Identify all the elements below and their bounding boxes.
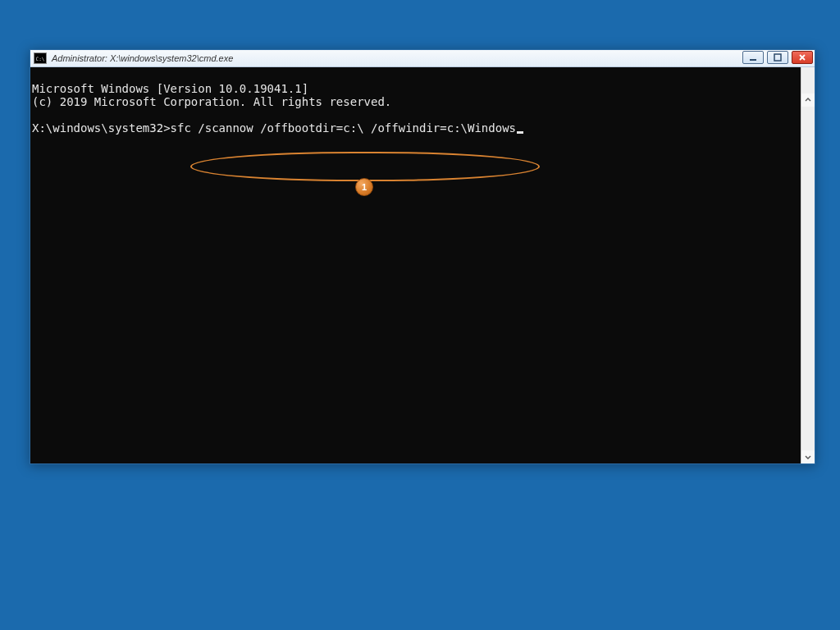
svg-rect-1 xyxy=(774,54,781,61)
window-title: Administrator: X:\windows\system32\cmd.e… xyxy=(52,53,233,63)
cursor xyxy=(517,131,523,134)
svg-rect-0 xyxy=(750,59,756,61)
close-button[interactable] xyxy=(792,51,813,64)
scroll-up-button[interactable] xyxy=(801,94,815,107)
minimize-button[interactable] xyxy=(742,51,764,64)
maximize-button[interactable] xyxy=(767,51,788,64)
close-icon xyxy=(798,53,806,62)
cmd-icon xyxy=(34,52,47,64)
terminal-line: (c) 2019 Microsoft Corporation. All righ… xyxy=(32,95,391,108)
chevron-up-icon xyxy=(805,97,811,103)
minimize-icon xyxy=(749,53,757,62)
terminal-output[interactable]: Microsoft Windows [Version 10.0.19041.1]… xyxy=(30,67,815,463)
cmd-window: Administrator: X:\windows\system32\cmd.e… xyxy=(30,49,815,464)
terminal-prompt: X:\windows\system32> xyxy=(32,121,171,135)
scroll-down-button[interactable] xyxy=(801,450,815,463)
chevron-down-icon xyxy=(805,454,811,460)
title-bar[interactable]: Administrator: X:\windows\system32\cmd.e… xyxy=(30,50,815,67)
maximize-icon xyxy=(774,53,782,62)
terminal-command: sfc /scannow /offbootdir=c:\ /offwindir=… xyxy=(171,121,516,135)
terminal-line: Microsoft Windows [Version 10.0.19041.1] xyxy=(32,82,308,95)
window-controls xyxy=(742,51,813,64)
scrollbar[interactable] xyxy=(801,67,815,463)
